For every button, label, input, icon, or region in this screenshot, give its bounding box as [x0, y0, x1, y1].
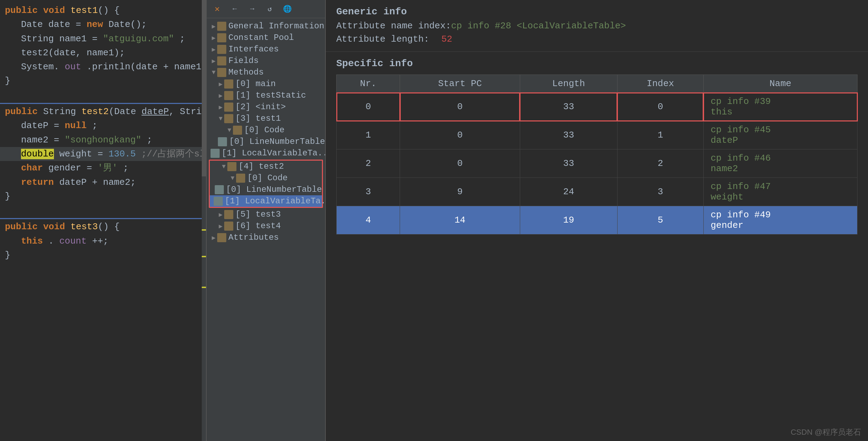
table-row[interactable]: 3 9 24 3 cp info #47 weight — [337, 178, 857, 206]
tree-item-test1[interactable]: ▼ [3] test1 — [207, 113, 325, 124]
tree-label-test2-lnt: [0] LineNumberTable — [226, 185, 322, 194]
tree-item-teststatic[interactable]: ▶ [1] testStatic — [207, 90, 325, 101]
code-line-10: name2 = "songhongkang" ; — [0, 133, 206, 147]
tree-item-interfaces[interactable]: ▶ Interfaces — [207, 43, 325, 55]
cell-start-pc-0: 0 — [400, 93, 520, 121]
tree-arrow-teststatic: ▶ — [217, 92, 224, 99]
code-line-4: test2(date, name1); — [0, 46, 206, 60]
col-header-length: Length — [520, 75, 617, 93]
code-line-2: Date date = new Date(); — [0, 18, 206, 31]
tree-item-methods[interactable]: ▼ Methods — [207, 66, 325, 78]
tree-item-attributes[interactable]: ▶ Attributes — [207, 232, 325, 243]
cell-start-pc-3: 9 — [400, 178, 520, 206]
table-row[interactable]: 0 0 33 0 cp info #39 this — [337, 93, 857, 121]
tree-item-test2-code[interactable]: ▼ [0] Code — [210, 172, 322, 184]
code-line-9: dateP = null ; — [0, 119, 206, 133]
attr-name-label: Attribute name index: — [336, 21, 451, 31]
tree-label-methods: Methods — [228, 68, 264, 77]
code-line-16: public void test3() { — [0, 220, 206, 234]
back-button[interactable]: ← — [228, 3, 241, 15]
tree-red-outline-section: ▼ [4] test2 ▼ [0] Code [0] LineNumberTab… — [209, 160, 323, 208]
scroll-thumb[interactable] — [202, 0, 206, 176]
folder-icon-test3 — [224, 210, 233, 219]
tree-item-init[interactable]: ▶ [2] <init> — [207, 101, 325, 113]
tree-item-test2-lnt[interactable]: [0] LineNumberTable — [210, 184, 322, 195]
col-header-name: Name — [703, 75, 857, 93]
cell-index-2: 2 — [617, 149, 703, 178]
file-icon-test1-lvt — [211, 149, 220, 158]
tree-label-teststatic: [1] testStatic — [235, 91, 306, 100]
watermark: CSDN @程序员老石 — [791, 427, 861, 438]
cell-length-2: 33 — [520, 149, 617, 178]
cell-name-3: cp info #47 weight — [703, 178, 857, 206]
table-row[interactable]: 1 0 33 1 cp info #45 dateP — [337, 121, 857, 149]
tree-label-test1: [3] test1 — [235, 114, 281, 123]
tree-label-test2: [4] test2 — [239, 162, 284, 171]
attr-length-label: Attribute length: — [336, 34, 441, 44]
cell-index-0: 0 — [617, 93, 703, 121]
folder-icon-teststatic — [224, 91, 233, 100]
tree-content[interactable]: ▶ General Information ▶ Constant Pool ▶ … — [207, 18, 325, 441]
tree-item-test2[interactable]: ▼ [4] test2 — [210, 161, 322, 172]
code-line-blank1 — [0, 88, 206, 102]
tree-arrow-test3: ▶ — [217, 211, 224, 218]
attr-name-value: cp info #28 <LocalVariableTable> — [451, 21, 626, 31]
globe-button[interactable]: 🌐 — [281, 3, 294, 15]
generic-info-section: Generic info Attribute name index: cp in… — [326, 0, 868, 52]
tree-arrow-methods: ▼ — [210, 69, 217, 76]
tree-item-general-info[interactable]: ▶ General Information — [207, 20, 325, 32]
scroll-marker-3 — [202, 256, 206, 257]
folder-icon-test1-code — [233, 126, 242, 135]
cell-nr-4: 4 — [337, 206, 400, 234]
tree-item-test4[interactable]: ▶ [6] test4 — [207, 220, 325, 232]
tree-label-test1-lvt: [1] LocalVariableTa... — [222, 148, 325, 158]
cell-name-4: cp info #49 gender — [703, 206, 857, 234]
attr-name-row: Attribute name index: cp info #28 <Local… — [336, 21, 857, 31]
tree-arrow-attributes: ▶ — [210, 234, 217, 241]
forward-button[interactable]: → — [246, 3, 259, 15]
tree-item-main[interactable]: ▶ [0] main — [207, 78, 325, 90]
specific-info-title: Specific info — [336, 58, 857, 69]
folder-icon-main — [224, 79, 233, 89]
tree-item-test1-code[interactable]: ▼ [0] Code — [207, 124, 325, 136]
tree-item-test1-lvt[interactable]: [1] LocalVariableTa... — [207, 147, 325, 159]
tree-item-fields[interactable]: ▶ Fields — [207, 55, 325, 66]
code-editor: public void test1() { Date date = new Da… — [0, 0, 207, 441]
tree-item-constant-pool[interactable]: ▶ Constant Pool — [207, 32, 325, 43]
cell-name-1: cp info #45 dateP — [703, 121, 857, 149]
tree-arrow-test2-lnt — [211, 186, 215, 193]
code-line-8: public String test2(Date dateP, String n… — [0, 105, 206, 119]
tree-label-constant-pool: Constant Pool — [228, 33, 294, 42]
code-line-1: public void test1() { — [0, 4, 206, 18]
tree-label-test2-code: [0] Code — [247, 173, 288, 183]
tree-arrow-test1: ▼ — [217, 115, 224, 122]
tree-label-fields: Fields — [228, 56, 259, 65]
tree-label-test4: [6] test4 — [235, 221, 281, 231]
tree-item-test2-lvt[interactable]: [1] LocalVariableTa... — [210, 195, 322, 207]
file-icon-test2-lvt — [214, 197, 223, 206]
cell-start-pc-2: 0 — [400, 149, 520, 178]
cell-index-4: 5 — [617, 206, 703, 234]
tree-item-test3[interactable]: ▶ [5] test3 — [207, 209, 325, 220]
scroll-marker-4 — [202, 287, 206, 288]
scroll-marker-2 — [202, 229, 206, 231]
code-line-13: return dateP + name2; — [0, 175, 206, 189]
tree-label-test1-lnt: [0] LineNumberTable — [229, 137, 325, 146]
cell-nr-3: 3 — [337, 178, 400, 206]
close-button[interactable]: ✕ — [211, 3, 223, 15]
file-icon-test2-lnt — [215, 185, 224, 194]
code-line-17: this . count ++; — [0, 234, 206, 248]
tree-arrow-test2: ▼ — [220, 163, 227, 170]
cell-index-3: 3 — [617, 178, 703, 206]
refresh-button[interactable]: ↺ — [263, 3, 276, 15]
table-row[interactable]: 2 0 33 2 cp info #46 name2 — [337, 149, 857, 178]
code-line-18: } — [0, 248, 206, 262]
code-scrollbar[interactable] — [202, 0, 206, 441]
cell-nr-0: 0 — [337, 93, 400, 121]
tree-item-test1-lnt[interactable]: [0] LineNumberTable — [207, 136, 325, 147]
code-line-11: double weight = 130.5 ;//占据两个slot — [0, 147, 206, 161]
cell-nr-1: 1 — [337, 121, 400, 149]
cell-name-2: cp info #46 name2 — [703, 149, 857, 178]
table-row-selected[interactable]: 4 14 19 5 cp info #49 gender — [337, 206, 857, 234]
col-header-start-pc: Start PC — [400, 75, 520, 93]
